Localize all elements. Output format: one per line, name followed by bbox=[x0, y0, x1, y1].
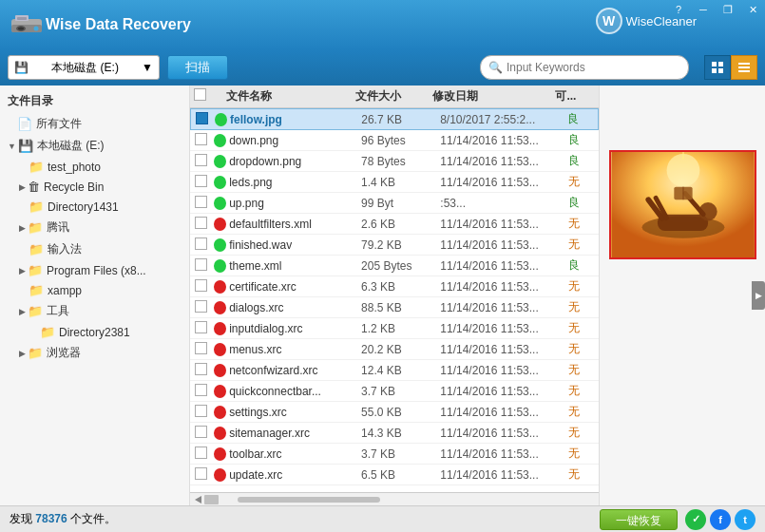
sidebar-item-directory2381[interactable]: 📁Directory2381 bbox=[0, 322, 189, 342]
file-row[interactable]: quickconnectbar... 3.7 KB 11/14/2016 11:… bbox=[190, 381, 599, 402]
file-checkbox-10[interactable] bbox=[190, 321, 211, 336]
checkbox-12[interactable] bbox=[195, 363, 207, 375]
checkbox-10[interactable] bbox=[195, 321, 207, 333]
sidebar-item-xampp[interactable]: 📁xampp bbox=[0, 280, 189, 300]
app-icon-svg bbox=[8, 6, 46, 44]
file-name-13: quickconnectbar... bbox=[229, 385, 361, 398]
sidebar-item-program-files[interactable]: ▶📁Program Files (x8... bbox=[0, 260, 189, 280]
sidebar-item-local-disk-e[interactable]: ▼💾本地磁盘 (E:) bbox=[0, 135, 189, 157]
file-checkbox-17[interactable] bbox=[190, 467, 211, 483]
sidebar-icon-local-disk-e: 💾 bbox=[18, 139, 33, 153]
select-all-checkbox[interactable] bbox=[194, 88, 206, 101]
svg-rect-13 bbox=[738, 70, 750, 72]
header-filesize[interactable]: 文件大小 bbox=[355, 88, 431, 104]
file-date-1: 11/14/2016 11:53... bbox=[440, 134, 567, 147]
file-date-2: 11/14/2016 11:53... bbox=[440, 155, 567, 168]
checkbox-17[interactable] bbox=[195, 467, 207, 480]
file-row[interactable]: menus.xrc 20.2 KB 11/14/2016 11:53... 无 bbox=[190, 339, 599, 360]
file-row[interactable]: leds.png 1.4 KB 11/14/2016 11:53... 无 bbox=[190, 172, 599, 193]
minimize-button[interactable]: ─ bbox=[691, 0, 716, 19]
sidebar-item-input-method[interactable]: 📁输入法 bbox=[0, 238, 189, 260]
file-checkbox-11[interactable] bbox=[190, 342, 211, 357]
checkbox-1[interactable] bbox=[195, 133, 207, 145]
file-row[interactable]: sitemanager.xrc 14.3 KB 11/14/2016 11:53… bbox=[190, 423, 599, 444]
file-row[interactable]: toolbar.xrc 3.7 KB 11/14/2016 11:53... 无 bbox=[190, 444, 599, 465]
file-list-header: 文件名称 文件大小 修改日期 可... bbox=[190, 86, 599, 108]
file-checkbox-9[interactable] bbox=[190, 300, 211, 315]
recover-button[interactable]: 一键恢复 bbox=[600, 509, 678, 530]
sidebar-item-browser[interactable]: ▶📁浏览器 bbox=[0, 342, 189, 364]
file-row[interactable]: netconfwizard.xrc 12.4 KB 11/14/2016 11:… bbox=[190, 360, 599, 381]
header-status[interactable]: 可... bbox=[555, 88, 584, 104]
preview-expand-button[interactable]: ▶ bbox=[752, 281, 765, 310]
file-checkbox-15[interactable] bbox=[190, 426, 211, 441]
checkbox-0[interactable] bbox=[196, 112, 208, 124]
header-filename[interactable]: 文件名称 bbox=[224, 88, 356, 104]
file-checkbox-3[interactable] bbox=[190, 175, 211, 190]
scan-button[interactable]: 扫描 bbox=[167, 55, 228, 80]
checkbox-5[interactable] bbox=[195, 217, 207, 229]
checkbox-15[interactable] bbox=[195, 426, 207, 438]
search-input[interactable] bbox=[507, 61, 678, 74]
checkbox-4[interactable] bbox=[195, 196, 207, 208]
sidebar-item-directory1431[interactable]: 📁Directory1431 bbox=[0, 197, 189, 217]
file-row[interactable]: dialogs.xrc 88.5 KB 11/14/2016 11:53... … bbox=[190, 297, 599, 318]
file-row[interactable]: inputdialog.xrc 1.2 KB 11/14/2016 11:53.… bbox=[190, 318, 599, 339]
horizontal-scrollbar[interactable] bbox=[190, 492, 599, 505]
close-button[interactable]: ✕ bbox=[740, 0, 765, 19]
checkbox-14[interactable] bbox=[195, 405, 207, 417]
wechat-icon[interactable]: ✓ bbox=[685, 509, 706, 530]
file-row[interactable]: dropdown.png 78 Bytes 11/14/2016 11:53..… bbox=[190, 151, 599, 172]
header-check[interactable] bbox=[190, 88, 210, 104]
sidebar-item-tencent[interactable]: ▶📁腾讯 bbox=[0, 217, 189, 238]
file-name-2: dropdown.png bbox=[229, 155, 361, 168]
facebook-icon[interactable]: f bbox=[710, 509, 731, 530]
file-checkbox-8[interactable] bbox=[190, 279, 211, 294]
file-size-0: 26.7 KB bbox=[361, 113, 440, 126]
checkbox-9[interactable] bbox=[195, 300, 207, 313]
sidebar-item-recycle-bin[interactable]: ▶🗑Recycle Bin bbox=[0, 177, 189, 197]
file-checkbox-14[interactable] bbox=[190, 405, 211, 420]
file-row[interactable]: fellow.jpg 26.7 KB 8/10/2017 2:55:2... 良 bbox=[190, 108, 599, 130]
checkbox-11[interactable] bbox=[195, 342, 207, 354]
checkbox-16[interactable] bbox=[195, 446, 207, 459]
file-row[interactable]: up.png 99 Byt :53... 良 bbox=[190, 193, 599, 214]
file-name-7: theme.xml bbox=[229, 259, 361, 273]
file-checkbox-12[interactable] bbox=[190, 363, 211, 378]
sidebar-item-test_photo[interactable]: 📁test_photo bbox=[0, 157, 189, 177]
sidebar-item-all-files[interactable]: 📄所有文件 bbox=[0, 113, 189, 135]
file-checkbox-5[interactable] bbox=[190, 217, 211, 232]
file-checkbox-13[interactable] bbox=[190, 384, 211, 399]
sidebar-item-tools[interactable]: ▶📁工具 bbox=[0, 300, 189, 322]
file-row[interactable]: update.xrc 6.5 KB 11/14/2016 11:53... 无 bbox=[190, 465, 599, 485]
file-checkbox-16[interactable] bbox=[190, 446, 211, 462]
file-row[interactable]: settings.xrc 55.0 KB 11/14/2016 11:53...… bbox=[190, 402, 599, 423]
file-row[interactable]: finished.wav 79.2 KB 11/14/2016 11:53...… bbox=[190, 235, 599, 256]
file-checkbox-7[interactable] bbox=[190, 258, 211, 274]
checkbox-3[interactable] bbox=[195, 175, 207, 187]
file-size-1: 96 Bytes bbox=[361, 134, 440, 147]
file-row[interactable]: defaultfilters.xml 2.6 KB 11/14/2016 11:… bbox=[190, 214, 599, 235]
file-checkbox-6[interactable] bbox=[190, 238, 211, 253]
checkbox-8[interactable] bbox=[195, 279, 207, 292]
file-row[interactable]: certificate.xrc 6.3 KB 11/14/2016 11:53.… bbox=[190, 276, 599, 297]
list-view-button[interactable] bbox=[731, 55, 757, 80]
file-checkbox-2[interactable] bbox=[190, 154, 211, 169]
header-date[interactable]: 修改日期 bbox=[432, 88, 556, 104]
checkbox-7[interactable] bbox=[195, 258, 207, 271]
file-row[interactable]: down.png 96 Bytes 11/14/2016 11:53... 良 bbox=[190, 130, 599, 151]
restore-button[interactable]: ❐ bbox=[716, 0, 740, 19]
file-checkbox-0[interactable] bbox=[191, 112, 212, 127]
file-checkbox-1[interactable] bbox=[190, 133, 211, 148]
file-checkbox-4[interactable] bbox=[190, 196, 211, 211]
twitter-icon[interactable]: t bbox=[735, 509, 755, 530]
file-status-dot-2 bbox=[214, 155, 226, 168]
file-row[interactable]: theme.xml 205 Bytes 11/14/2016 11:53... … bbox=[190, 256, 599, 276]
drive-select[interactable]: 💾 本地磁盘 (E:) ▼ bbox=[8, 55, 160, 80]
sidebar-arrow-tools: ▶ bbox=[19, 307, 26, 316]
checkbox-13[interactable] bbox=[195, 384, 207, 396]
help-button[interactable]: ? bbox=[666, 0, 691, 19]
checkbox-2[interactable] bbox=[195, 154, 207, 166]
checkbox-6[interactable] bbox=[195, 238, 207, 250]
grid-view-button[interactable] bbox=[704, 55, 731, 80]
